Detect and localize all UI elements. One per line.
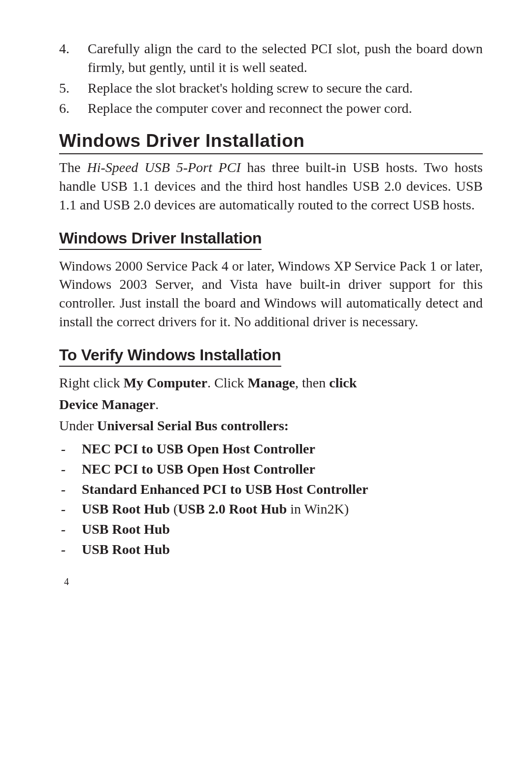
page-number: 4	[64, 576, 483, 587]
paragraph: Right click My Computer. Click Manage, t…	[59, 374, 483, 392]
bold-text: USB Root Hub	[82, 501, 170, 517]
paragraph: The Hi-Speed USB 5-Port PCI has three bu…	[59, 158, 483, 214]
bullet-text: USB Root Hub	[82, 540, 170, 559]
list-item: 5. Replace the slot bracket's holding sc…	[59, 79, 483, 98]
list-item: 6. Replace the computer cover and reconn…	[59, 99, 483, 118]
list-number: 4.	[59, 39, 88, 77]
text: in Win2K)	[287, 501, 349, 517]
bullet-dash: -	[59, 459, 82, 479]
list-text: Replace the slot bracket's holding screw…	[88, 79, 483, 98]
bullet-text: NEC PCI to USB Open Host Controller	[82, 439, 315, 459]
bullet-dash: -	[59, 540, 82, 559]
text: The	[59, 160, 87, 175]
bullet-item: - NEC PCI to USB Open Host Controller	[59, 439, 483, 459]
bold-text: Universal Serial Bus controllers:	[97, 418, 289, 433]
sub-heading: To Verify Windows Installation	[59, 346, 281, 367]
paragraph: Windows 2000 Service Pack 4 or later, Wi…	[59, 257, 483, 331]
bold-text: click	[329, 375, 357, 390]
paragraph: Under Universal Serial Bus controllers:	[59, 416, 483, 435]
bold-text: USB Root Hub	[82, 542, 170, 557]
bullet-item: - USB Root Hub	[59, 519, 483, 539]
bold-text: USB Root Hub	[82, 521, 170, 537]
bullet-dash: -	[59, 499, 82, 519]
list-number: 6.	[59, 99, 88, 118]
text: .	[155, 397, 159, 412]
bullet-dash: -	[59, 480, 82, 499]
paragraph: Device Manager.	[59, 395, 483, 414]
text: , then	[295, 375, 329, 390]
bold-text: My Computer	[124, 375, 207, 390]
list-item: 4. Carefully align the card to the selec…	[59, 39, 483, 77]
bold-text: NEC PCI to USB Open Host Controller	[82, 461, 315, 477]
document-page: 4. Carefully align the card to the selec…	[0, 0, 532, 607]
bullet-item: - USB Root Hub	[59, 540, 483, 559]
bullet-item: - NEC PCI to USB Open Host Controller	[59, 459, 483, 479]
text: Right click	[59, 375, 124, 390]
section-heading: Windows Driver Installation	[59, 131, 483, 154]
list-text: Replace the computer cover and reconnect…	[88, 99, 483, 118]
bold-text: Device Manager	[59, 397, 155, 412]
bold-text: Standard Enhanced PCI to USB Host Contro…	[82, 482, 368, 497]
bullet-text: USB Root Hub (USB 2.0 Root Hub in Win2K)	[82, 499, 349, 519]
bold-text: NEC PCI to USB Open Host Controller	[82, 441, 315, 456]
bullet-item: - Standard Enhanced PCI to USB Host Cont…	[59, 480, 483, 499]
sub-heading: Windows Driver Installation	[59, 229, 262, 250]
bullet-dash: -	[59, 519, 82, 539]
list-text: Carefully align the card to the selected…	[88, 39, 483, 77]
bold-text: USB 2.0 Root Hub	[178, 501, 287, 517]
text: (	[170, 501, 178, 517]
text: Under	[59, 418, 97, 433]
bold-text: Manage	[248, 375, 295, 390]
bullet-text: USB Root Hub	[82, 519, 170, 539]
text: . Click	[207, 375, 248, 390]
bullet-text: Standard Enhanced PCI to USB Host Contro…	[82, 480, 368, 499]
bullet-item: - USB Root Hub (USB 2.0 Root Hub in Win2…	[59, 499, 483, 519]
bullet-dash: -	[59, 439, 82, 459]
bullet-text: NEC PCI to USB Open Host Controller	[82, 459, 315, 479]
list-number: 5.	[59, 79, 88, 98]
product-name: Hi-Speed USB 5-Port PCI	[87, 160, 240, 175]
